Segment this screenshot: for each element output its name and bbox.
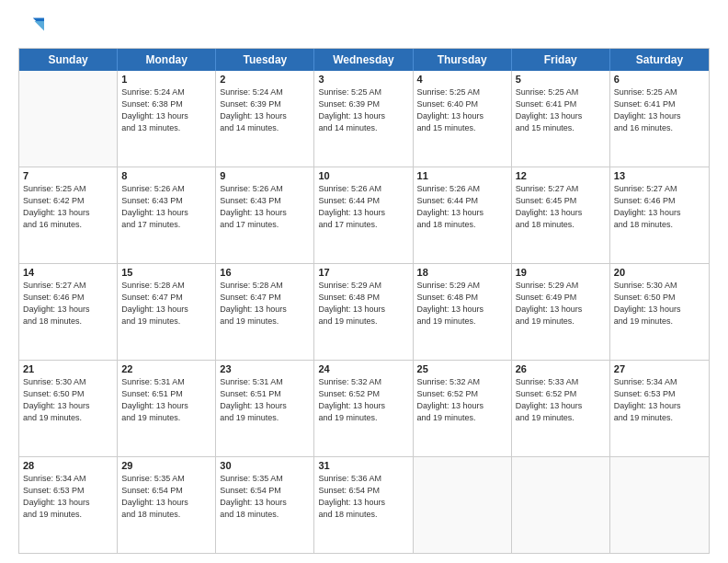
sunrise: Sunrise: 5:31 AM <box>220 376 310 388</box>
sunset: Sunset: 6:54 PM <box>220 485 310 497</box>
day-number: 12 <box>516 170 606 181</box>
day-number: 20 <box>614 267 705 278</box>
daylight: Daylight: 13 hours <box>614 110 705 122</box>
sunrise: Sunrise: 5:32 AM <box>318 376 408 388</box>
daylight: Daylight: 13 hours <box>318 110 408 122</box>
day-cell-30: 30Sunrise: 5:35 AMSunset: 6:54 PMDayligh… <box>216 457 314 553</box>
sunrise: Sunrise: 5:26 AM <box>417 183 507 195</box>
day-number: 15 <box>121 267 211 278</box>
sunrise: Sunrise: 5:35 AM <box>121 473 211 485</box>
daylight-cont: and 19 minutes. <box>614 316 705 327</box>
day-info: Sunrise: 5:32 AMSunset: 6:52 PMDaylight:… <box>417 376 507 423</box>
day-cell-15: 15Sunrise: 5:28 AMSunset: 6:47 PMDayligh… <box>118 264 216 360</box>
daylight: Daylight: 13 hours <box>417 304 507 316</box>
daylight-cont: and 13 minutes. <box>121 122 211 134</box>
day-cell-25: 25Sunrise: 5:32 AMSunset: 6:52 PMDayligh… <box>414 361 512 456</box>
daylight: Daylight: 13 hours <box>220 110 310 122</box>
day-number: 6 <box>614 74 705 85</box>
header <box>18 15 710 40</box>
day-number: 22 <box>121 363 211 374</box>
sunset: Sunset: 6:48 PM <box>318 292 408 304</box>
day-number: 1 <box>121 74 211 85</box>
daylight: Daylight: 13 hours <box>417 400 507 412</box>
sunset: Sunset: 6:44 PM <box>417 195 507 207</box>
sunrise: Sunrise: 5:30 AM <box>614 280 705 292</box>
daylight-cont: and 18 minutes. <box>23 316 113 327</box>
day-cell-11: 11Sunrise: 5:26 AMSunset: 6:44 PMDayligh… <box>414 167 512 263</box>
daylight: Daylight: 13 hours <box>614 400 705 412</box>
daylight-cont: and 18 minutes. <box>417 219 507 231</box>
day-cell-19: 19Sunrise: 5:29 AMSunset: 6:49 PMDayligh… <box>512 264 610 360</box>
daylight: Daylight: 13 hours <box>516 207 606 219</box>
day-info: Sunrise: 5:30 AMSunset: 6:50 PMDaylight:… <box>614 280 705 327</box>
day-number: 26 <box>516 363 606 374</box>
day-cell-9: 9Sunrise: 5:26 AMSunset: 6:43 PMDaylight… <box>216 167 314 263</box>
daylight: Daylight: 13 hours <box>23 304 113 316</box>
week-row-1: 1Sunrise: 5:24 AMSunset: 6:38 PMDaylight… <box>19 71 709 167</box>
daylight-cont: and 14 minutes. <box>318 122 408 134</box>
sunset: Sunset: 6:43 PM <box>220 195 310 207</box>
day-number: 24 <box>318 363 408 374</box>
daylight-cont: and 19 minutes. <box>516 316 606 327</box>
day-number: 7 <box>23 170 113 181</box>
day-number: 29 <box>121 460 211 471</box>
daylight-cont: and 19 minutes. <box>318 316 408 327</box>
daylight: Daylight: 13 hours <box>417 207 507 219</box>
day-number: 31 <box>318 460 408 471</box>
day-cell-2: 2Sunrise: 5:24 AMSunset: 6:39 PMDaylight… <box>216 71 314 167</box>
sunset: Sunset: 6:53 PM <box>614 388 705 400</box>
day-number: 10 <box>318 170 408 181</box>
day-number: 21 <box>23 363 113 374</box>
daylight-cont: and 16 minutes. <box>23 219 113 231</box>
day-info: Sunrise: 5:29 AMSunset: 6:48 PMDaylight:… <box>318 280 408 327</box>
day-info: Sunrise: 5:27 AMSunset: 6:46 PMDaylight:… <box>23 280 113 327</box>
day-cell-17: 17Sunrise: 5:29 AMSunset: 6:48 PMDayligh… <box>314 264 413 360</box>
day-number: 2 <box>220 74 310 85</box>
daylight: Daylight: 13 hours <box>23 207 113 219</box>
week-row-2: 7Sunrise: 5:25 AMSunset: 6:42 PMDaylight… <box>19 167 709 264</box>
sunset: Sunset: 6:47 PM <box>220 292 310 304</box>
sunset: Sunset: 6:44 PM <box>318 195 408 207</box>
header-day-friday: Friday <box>512 49 610 71</box>
daylight: Daylight: 13 hours <box>23 400 113 412</box>
daylight-cont: and 15 minutes. <box>417 122 507 134</box>
sunrise: Sunrise: 5:26 AM <box>121 183 211 195</box>
day-cell-22: 22Sunrise: 5:31 AMSunset: 6:51 PMDayligh… <box>118 361 216 456</box>
day-cell-13: 13Sunrise: 5:27 AMSunset: 6:46 PMDayligh… <box>610 167 709 263</box>
day-cell-1: 1Sunrise: 5:24 AMSunset: 6:38 PMDaylight… <box>118 71 216 167</box>
day-number: 27 <box>614 363 705 374</box>
week-row-5: 28Sunrise: 5:34 AMSunset: 6:53 PMDayligh… <box>19 457 709 553</box>
day-number: 9 <box>220 170 310 181</box>
day-cell-18: 18Sunrise: 5:29 AMSunset: 6:48 PMDayligh… <box>414 264 512 360</box>
daylight-cont: and 17 minutes. <box>121 219 211 231</box>
day-cell-29: 29Sunrise: 5:35 AMSunset: 6:54 PMDayligh… <box>118 457 216 553</box>
day-number: 28 <box>23 460 113 471</box>
daylight-cont: and 19 minutes. <box>417 316 507 327</box>
sunrise: Sunrise: 5:34 AM <box>23 473 113 485</box>
daylight-cont: and 19 minutes. <box>220 316 310 327</box>
day-number: 8 <box>121 170 211 181</box>
calendar-body: 1Sunrise: 5:24 AMSunset: 6:38 PMDaylight… <box>19 71 709 553</box>
sunset: Sunset: 6:43 PM <box>121 195 211 207</box>
daylight-cont: and 19 minutes. <box>23 412 113 424</box>
day-info: Sunrise: 5:25 AMSunset: 6:40 PMDaylight:… <box>417 86 507 133</box>
sunrise: Sunrise: 5:29 AM <box>516 280 606 292</box>
sunrise: Sunrise: 5:32 AM <box>417 376 507 388</box>
day-cell-23: 23Sunrise: 5:31 AMSunset: 6:51 PMDayligh… <box>216 361 314 456</box>
daylight: Daylight: 13 hours <box>318 304 408 316</box>
day-number: 13 <box>614 170 705 181</box>
day-info: Sunrise: 5:29 AMSunset: 6:48 PMDaylight:… <box>417 280 507 327</box>
daylight: Daylight: 13 hours <box>121 304 211 316</box>
sunset: Sunset: 6:46 PM <box>23 292 113 304</box>
day-info: Sunrise: 5:26 AMSunset: 6:44 PMDaylight:… <box>417 183 507 230</box>
week-row-4: 21Sunrise: 5:30 AMSunset: 6:50 PMDayligh… <box>19 361 709 457</box>
sunset: Sunset: 6:40 PM <box>417 98 507 110</box>
sunrise: Sunrise: 5:33 AM <box>516 376 606 388</box>
day-info: Sunrise: 5:28 AMSunset: 6:47 PMDaylight:… <box>121 280 211 327</box>
day-cell-3: 3Sunrise: 5:25 AMSunset: 6:39 PMDaylight… <box>314 71 413 167</box>
sunrise: Sunrise: 5:27 AM <box>23 280 113 292</box>
day-cell-31: 31Sunrise: 5:36 AMSunset: 6:54 PMDayligh… <box>314 457 413 553</box>
sunrise: Sunrise: 5:31 AM <box>121 376 211 388</box>
logo-icon <box>18 15 44 40</box>
calendar: SundayMondayTuesdayWednesdayThursdayFrid… <box>18 48 710 554</box>
